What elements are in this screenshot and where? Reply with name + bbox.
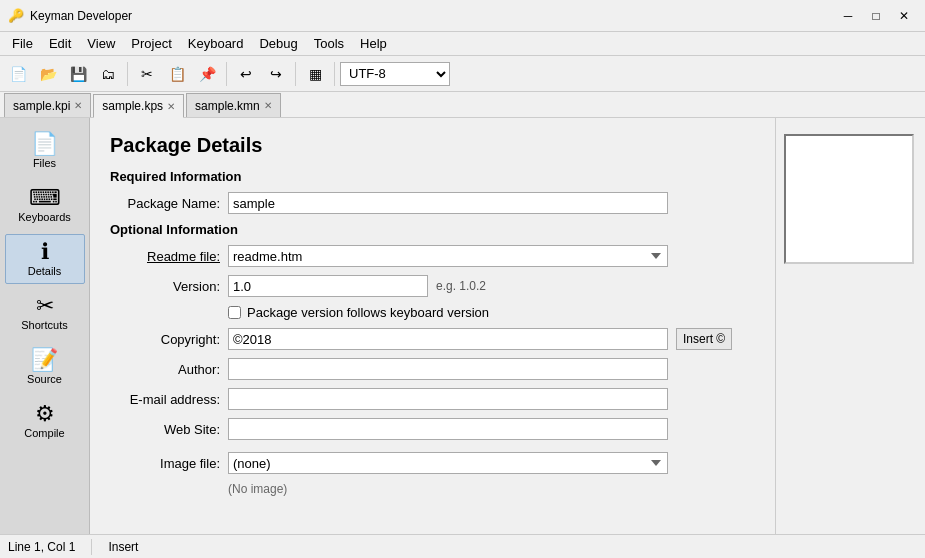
email-label: E-mail address: <box>110 392 220 407</box>
tab-bar: sample.kpi ✕ sample.kps ✕ sample.kmn ✕ <box>0 92 925 118</box>
compile-icon: ⚙ <box>35 403 55 425</box>
tab-sample-kps[interactable]: sample.kps ✕ <box>93 94 184 118</box>
maximize-button[interactable]: □ <box>863 4 889 28</box>
copyright-label: Copyright: <box>110 332 220 347</box>
readme-file-row: Readme file: readme.htm (none) <box>110 245 755 267</box>
files-icon: 📄 <box>31 133 58 155</box>
readme-file-select[interactable]: readme.htm (none) <box>228 245 668 267</box>
image-file-select[interactable]: (none) <box>228 452 668 474</box>
author-input[interactable] <box>228 358 668 380</box>
version-row: Version: e.g. 1.0.2 <box>110 275 755 297</box>
menu-view[interactable]: View <box>79 34 123 53</box>
menu-file[interactable]: File <box>4 34 41 53</box>
author-label: Author: <box>110 362 220 377</box>
shortcuts-icon: ✂ <box>36 295 54 317</box>
undo-button[interactable]: ↩ <box>232 60 260 88</box>
toolbar: 📄 📂 💾 🗂 ✂ 📋 📌 ↩ ↪ ▦ UTF-8 ANSI Unicode <box>0 56 925 92</box>
page-title: Package Details <box>110 134 755 157</box>
sidebar-item-compile[interactable]: ⚙ Compile <box>5 396 85 446</box>
copy-button[interactable]: 📋 <box>163 60 191 88</box>
tab-label-kpi: sample.kpi <box>13 99 70 113</box>
tab-close-kps[interactable]: ✕ <box>167 101 175 112</box>
status-bar: Line 1, Col 1 Insert <box>0 534 925 558</box>
version-checkbox-row: Package version follows keyboard version <box>228 305 755 320</box>
tab-close-kpi[interactable]: ✕ <box>74 100 82 111</box>
title-bar-text: Keyman Developer <box>30 9 835 23</box>
right-panel <box>775 118 925 534</box>
author-row: Author: <box>110 358 755 380</box>
content-area: Package Details Required Information Pac… <box>90 118 775 534</box>
insert-copyright-button[interactable]: Insert © <box>676 328 732 350</box>
source-icon: 📝 <box>31 349 58 371</box>
title-bar: 🔑 Keyman Developer ─ □ ✕ <box>0 0 925 32</box>
open-button[interactable]: 📂 <box>34 60 62 88</box>
version-input[interactable] <box>228 275 428 297</box>
close-button[interactable]: ✕ <box>891 4 917 28</box>
menu-project[interactable]: Project <box>123 34 179 53</box>
website-row: Web Site: <box>110 418 755 440</box>
tab-sample-kmn[interactable]: sample.kmn ✕ <box>186 93 281 117</box>
save-button[interactable]: 💾 <box>64 60 92 88</box>
image-file-label: Image file: <box>110 456 220 471</box>
sidebar: 📄 Files ⌨ Keyboards ℹ Details ✂ Shortcut… <box>0 118 90 534</box>
details-icon: ℹ <box>41 241 49 263</box>
toolbar-separator-2 <box>226 62 227 86</box>
new-button[interactable]: 📄 <box>4 60 32 88</box>
status-separator <box>91 539 92 555</box>
keyboards-icon: ⌨ <box>29 187 61 209</box>
sidebar-label-files: Files <box>33 157 56 169</box>
menu-tools[interactable]: Tools <box>306 34 352 53</box>
image-file-row: Image file: (none) <box>110 452 755 474</box>
package-name-input[interactable] <box>228 192 668 214</box>
app-icon: 🔑 <box>8 8 24 24</box>
website-label: Web Site: <box>110 422 220 437</box>
copyright-input[interactable] <box>228 328 668 350</box>
menu-help[interactable]: Help <box>352 34 395 53</box>
tab-label-kps: sample.kps <box>102 99 163 113</box>
encoding-select[interactable]: UTF-8 ANSI Unicode <box>340 62 450 86</box>
package-name-label: Package Name: <box>110 196 220 211</box>
no-image-text: (No image) <box>228 482 755 496</box>
minimize-button[interactable]: ─ <box>835 4 861 28</box>
package-name-row: Package Name: <box>110 192 755 214</box>
sidebar-item-details[interactable]: ℹ Details <box>5 234 85 284</box>
save-all-button[interactable]: 🗂 <box>94 60 122 88</box>
optional-section-header: Optional Information <box>110 222 755 237</box>
required-section-header: Required Information <box>110 169 755 184</box>
sidebar-item-source[interactable]: 📝 Source <box>5 342 85 392</box>
version-label: Version: <box>110 279 220 294</box>
email-input[interactable] <box>228 388 668 410</box>
copyright-row: Copyright: Insert © <box>110 328 755 350</box>
toolbar-separator-1 <box>127 62 128 86</box>
menu-debug[interactable]: Debug <box>251 34 305 53</box>
title-bar-controls: ─ □ ✕ <box>835 4 917 28</box>
paste-button[interactable]: 📌 <box>193 60 221 88</box>
version-hint: e.g. 1.0.2 <box>436 279 486 293</box>
sidebar-label-source: Source <box>27 373 62 385</box>
website-input[interactable] <box>228 418 668 440</box>
sidebar-item-files[interactable]: 📄 Files <box>5 126 85 176</box>
edit-mode: Insert <box>108 540 138 554</box>
sidebar-label-keyboards: Keyboards <box>18 211 71 223</box>
tab-label-kmn: sample.kmn <box>195 99 260 113</box>
sidebar-item-shortcuts[interactable]: ✂ Shortcuts <box>5 288 85 338</box>
sidebar-label-details: Details <box>28 265 62 277</box>
cursor-position: Line 1, Col 1 <box>8 540 75 554</box>
sidebar-label-compile: Compile <box>24 427 64 439</box>
toolbar-separator-3 <box>295 62 296 86</box>
tab-sample-kpi[interactable]: sample.kpi ✕ <box>4 93 91 117</box>
version-checkbox[interactable] <box>228 306 241 319</box>
tab-close-kmn[interactable]: ✕ <box>264 100 272 111</box>
menu-edit[interactable]: Edit <box>41 34 79 53</box>
version-checkbox-label: Package version follows keyboard version <box>247 305 489 320</box>
cut-button[interactable]: ✂ <box>133 60 161 88</box>
toolbar-separator-4 <box>334 62 335 86</box>
readme-file-label: Readme file: <box>110 249 220 264</box>
compile-button[interactable]: ▦ <box>301 60 329 88</box>
menu-bar: File Edit View Project Keyboard Debug To… <box>0 32 925 56</box>
redo-button[interactable]: ↪ <box>262 60 290 88</box>
menu-keyboard[interactable]: Keyboard <box>180 34 252 53</box>
main-layout: 📄 Files ⌨ Keyboards ℹ Details ✂ Shortcut… <box>0 118 925 534</box>
sidebar-item-keyboards[interactable]: ⌨ Keyboards <box>5 180 85 230</box>
email-row: E-mail address: <box>110 388 755 410</box>
